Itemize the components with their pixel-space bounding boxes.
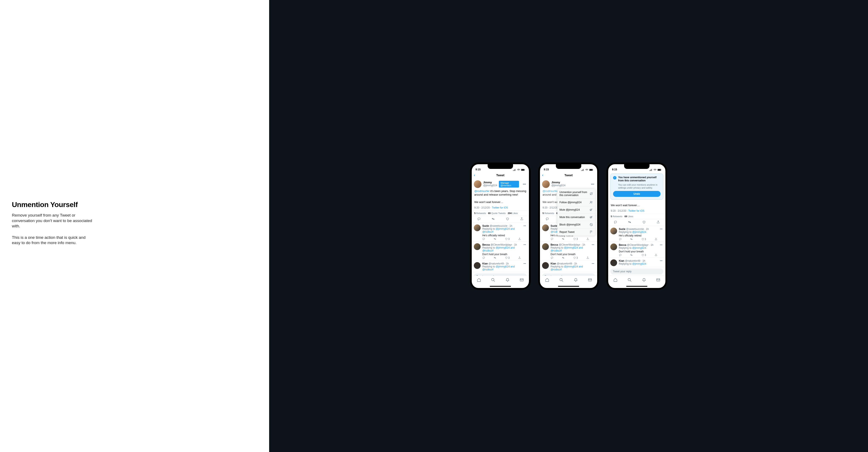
- avatar[interactable]: [542, 243, 549, 250]
- share-icon[interactable]: [655, 238, 657, 241]
- retweet-icon[interactable]: [630, 254, 633, 257]
- reply-item[interactable]: Becca @CleverWordplayr · 1hReplying to @…: [608, 242, 665, 258]
- retweet-icon[interactable]: [562, 257, 564, 260]
- more-button[interactable]: •••: [659, 228, 663, 241]
- mention-link[interactable]: @rodrisurfer: [542, 189, 558, 192]
- compose-input[interactable]: Tweet your reply: [542, 273, 595, 276]
- retweet-icon[interactable]: [491, 217, 495, 221]
- share-icon[interactable]: [586, 257, 589, 260]
- more-button[interactable]: •••: [659, 260, 663, 266]
- stat-quotes[interactable]: 69 Quote Tweets: [488, 212, 506, 214]
- share-icon[interactable]: [518, 238, 521, 241]
- tab-messages[interactable]: [588, 278, 592, 283]
- reply-item[interactable]: Becca @CleverWordplayr · 1hReplying to @…: [540, 242, 597, 261]
- reply-item[interactable]: Suzie @sweetsuzzzie · 1hReplying to @jim…: [472, 223, 529, 242]
- replying-to-link[interactable]: @jimmyj024: [632, 246, 646, 249]
- reply-item[interactable]: Kian @naturelvr49 · 1hReplying to @jimmy…: [472, 261, 529, 272]
- retweet-icon[interactable]: [562, 238, 564, 241]
- share-icon[interactable]: [655, 254, 657, 257]
- tweet-source[interactable]: Twitter for iOS: [628, 209, 645, 212]
- stat-retweets[interactable]: 5 Retweets: [542, 212, 554, 214]
- reply-icon[interactable]: [482, 238, 485, 241]
- like-icon[interactable]: 3: [573, 238, 578, 241]
- share-icon[interactable]: [586, 238, 589, 241]
- ctx-mute-user[interactable]: Mute @jimmyj024: [557, 206, 595, 214]
- retweet-icon[interactable]: [494, 257, 496, 260]
- reply-item[interactable]: Kian @naturelvr49 · 1hReplying to @jimmy…: [608, 258, 665, 267]
- ctx-follow[interactable]: Follow @jimmyj024: [557, 199, 595, 206]
- avatar[interactable]: [474, 262, 480, 269]
- reply-icon[interactable]: [551, 238, 553, 241]
- reply-icon[interactable]: [551, 257, 553, 260]
- retweet-icon[interactable]: [628, 220, 631, 224]
- retweet-icon[interactable]: [494, 238, 496, 241]
- ctx-report[interactable]: Report Tweet: [557, 229, 595, 236]
- back-button[interactable]: ‹: [542, 173, 544, 177]
- avatar[interactable]: [610, 260, 617, 266]
- share-icon[interactable]: [518, 257, 521, 260]
- tab-home[interactable]: [477, 278, 481, 283]
- more-button[interactable]: •••: [522, 182, 527, 186]
- like-icon[interactable]: 3: [505, 257, 510, 260]
- like-icon[interactable]: 3: [505, 238, 510, 241]
- replying-to-link[interactable]: @jimmyj024: [632, 262, 646, 265]
- avatar[interactable]: [474, 243, 480, 250]
- like-icon[interactable]: [506, 217, 509, 221]
- reply-item[interactable]: Suzie @sweetsuzzzie · 1hReplying to @jim…: [608, 226, 665, 242]
- like-icon[interactable]: 3: [642, 238, 646, 241]
- ctx-mute-conv[interactable]: Mute this conversation: [557, 214, 595, 221]
- tab-notifications[interactable]: [505, 278, 510, 283]
- tweet-source[interactable]: Twitter for iOS: [492, 206, 508, 209]
- reply-icon[interactable]: [619, 254, 622, 257]
- share-icon[interactable]: [520, 217, 523, 221]
- replying-to-link[interactable]: @jimmyj024: [632, 231, 646, 234]
- more-button[interactable]: •••: [591, 262, 595, 271]
- avatar[interactable]: [610, 228, 617, 234]
- tab-search[interactable]: [559, 278, 563, 283]
- reply-item[interactable]: Kian @naturelvr49 · 1hReplying to @jimmy…: [540, 261, 597, 272]
- like-icon[interactable]: [642, 220, 646, 224]
- reply-icon[interactable]: [546, 217, 549, 221]
- reply-icon[interactable]: [614, 220, 617, 224]
- more-button[interactable]: •••: [523, 243, 527, 260]
- manage-mention-badge[interactable]: Manage @mention: [499, 181, 519, 187]
- tab-notifications[interactable]: [574, 278, 578, 283]
- avatar[interactable]: [474, 224, 480, 231]
- avatar[interactable]: [610, 243, 617, 250]
- author-block[interactable]: Jimmy @jimmyj024: [483, 181, 497, 187]
- tab-notifications[interactable]: [642, 278, 646, 283]
- mention-link[interactable]: @rodrisurfer: [474, 189, 490, 192]
- avatar[interactable]: [542, 180, 550, 188]
- stat-likes[interactable]: 204 Likes: [508, 212, 518, 214]
- tab-messages[interactable]: [656, 278, 660, 283]
- tab-messages[interactable]: [520, 278, 524, 283]
- more-button[interactable]: •••: [591, 243, 595, 260]
- stat-retweets[interactable]: 5 Retweets: [611, 215, 622, 218]
- share-icon[interactable]: [656, 220, 660, 224]
- ctx-unmention[interactable]: Unmention yourself from this conversatio…: [557, 189, 595, 199]
- more-button[interactable]: •••: [523, 262, 527, 271]
- tab-search[interactable]: [491, 278, 495, 283]
- more-button[interactable]: •••: [659, 243, 663, 257]
- like-icon[interactable]: 3: [642, 254, 646, 257]
- compose-input[interactable]: Tweet your reply: [610, 269, 663, 274]
- avatar[interactable]: [474, 180, 482, 188]
- back-button[interactable]: ‹: [474, 173, 475, 177]
- stat-likes[interactable]: 69 Likes: [624, 215, 633, 218]
- compose-input[interactable]: Tweet your reply: [474, 273, 527, 276]
- retweet-icon[interactable]: [630, 238, 633, 241]
- author-block[interactable]: Jimmy @jimmyj024: [551, 181, 588, 187]
- more-button[interactable]: •••: [523, 224, 527, 241]
- stat-retweets[interactable]: 5 Retweets: [474, 212, 486, 214]
- more-button[interactable]: •••: [590, 182, 595, 186]
- avatar[interactable]: [542, 224, 549, 231]
- tab-home[interactable]: [545, 278, 549, 283]
- undo-button[interactable]: Undo: [613, 191, 660, 197]
- reply-icon[interactable]: [482, 257, 485, 260]
- tab-home[interactable]: [613, 278, 618, 283]
- reply-item[interactable]: Becca @CleverWordplayr · 1hReplying to @…: [472, 242, 529, 261]
- avatar[interactable]: [542, 262, 549, 269]
- reply-icon[interactable]: [619, 238, 622, 241]
- like-icon[interactable]: 3: [573, 257, 578, 260]
- reply-icon[interactable]: [477, 217, 480, 221]
